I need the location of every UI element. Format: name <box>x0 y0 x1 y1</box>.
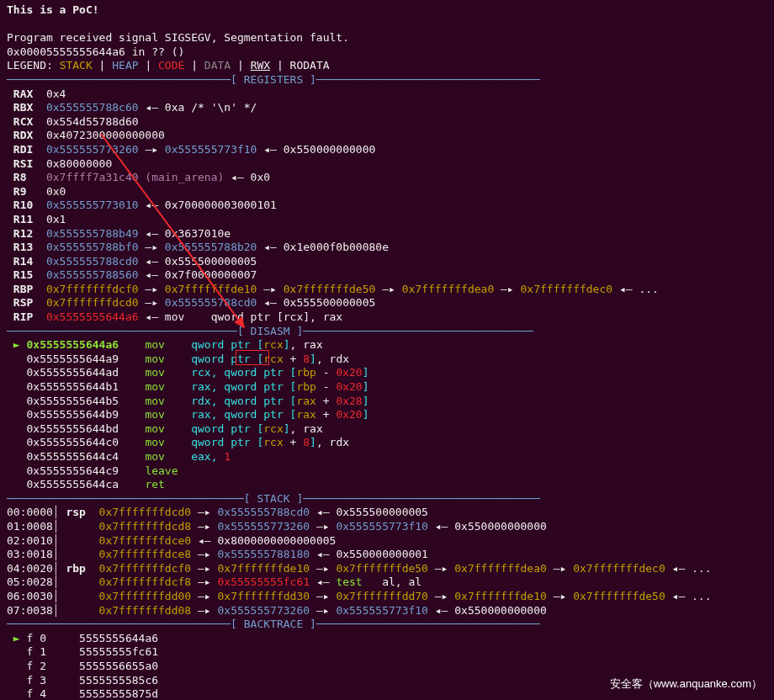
section-registers: ──────────────────────────────────[ REGI… <box>7 73 767 88</box>
reg-rip: RIP 0x5555555644a6 ◂— mov qword ptr [rcx… <box>7 310 767 325</box>
disasm-row: ► 0x5555555644a6 mov qword ptr [rcx], ra… <box>7 338 767 353</box>
reg-rax: RAX 0x4 <box>7 88 767 102</box>
reg-rdx: RDX 0x4072300000000000 <box>7 129 767 143</box>
reg-r8: R8 0x7ffff7a31c40 (main_arena) ◂— 0x0 <box>7 171 767 185</box>
reg-rcx: RCX 0x554d55788d60 <box>7 115 767 130</box>
disasm-row: 0x5555555644a9 mov qword ptr [rcx + 8], … <box>7 353 767 367</box>
stack-row: 03:0018│ 0x7fffffffdce8 —▸ 0x55555578818… <box>7 548 767 562</box>
disasm-row: 0x5555555644ca ret <box>7 478 767 492</box>
where-line: 0x00005555555644a6 in ?? () <box>7 45 767 60</box>
reg-rdi: RDI 0x555555773260 —▸ 0x555555773f10 ◂— … <box>7 143 767 157</box>
backtrace-row: ► f 0 5555555644a6 <box>7 632 767 646</box>
reg-rbx: RBX 0x555555788c60 ◂— 0xa /* '\n' */ <box>7 101 767 115</box>
disasm-row: 0x5555555644c4 mov eax, 1 <box>7 450 767 464</box>
stack-rows: 00:0000│ rsp 0x7fffffffdcd0 —▸ 0x5555557… <box>7 506 767 618</box>
reg-rsp: RSP 0x7fffffffdcd0 —▸ 0x555555788cd0 ◂— … <box>7 296 767 310</box>
section-disasm: ───────────────────────────────────[ DIS… <box>7 325 767 339</box>
reg-r11: R11 0x1 <box>7 213 767 227</box>
disasm-rows: ► 0x5555555644a6 mov qword ptr [rcx], ra… <box>7 338 767 492</box>
signal-line: Program received signal SIGSEGV, Segment… <box>7 31 767 45</box>
legend-heap: HEAP <box>112 59 138 72</box>
backtrace-row: f 2 5555556655a0 <box>7 660 767 674</box>
disasm-row: 0x5555555644b1 mov rax, qword ptr [rbp -… <box>7 380 767 395</box>
stack-row: 04:0020│ rbp 0x7fffffffdcf0 —▸ 0x7ffffff… <box>7 562 767 576</box>
blank <box>7 18 767 32</box>
disasm-row: 0x5555555644ad mov rcx, qword ptr [rbp -… <box>7 366 767 380</box>
reg-r12: R12 0x555555788b49 ◂— 0x3637010e <box>7 227 767 241</box>
reg-r9: R9 0x0 <box>7 185 767 199</box>
legend-stack: STACK <box>60 59 93 72</box>
disasm-row: 0x5555555644bd mov qword ptr [rcx], rax <box>7 422 767 437</box>
poc-line: This is a PoC! <box>7 3 767 18</box>
stack-row: 06:0030│ 0x7fffffffdd00 —▸ 0x7fffffffdd3… <box>7 590 767 604</box>
stack-row: 02:0010│ 0x7fffffffdce0 ◂— 0x80000000000… <box>7 534 767 549</box>
section-stack: ────────────────────────────────────[ ST… <box>7 492 767 506</box>
reg-r13: R13 0x555555788bf0 —▸ 0x555555788b20 ◂— … <box>7 241 767 255</box>
legend-line: LEGEND: STACK | HEAP | CODE | DATA | RWX… <box>7 59 767 73</box>
disasm-row: 0x5555555644b9 mov rax, qword ptr [rax +… <box>7 408 767 422</box>
reg-r15: R15 0x555555788560 ◂— 0x7f0000000007 <box>7 268 767 283</box>
stack-row: 05:0028│ 0x7fffffffdcf8 —▸ 0x55555555fc6… <box>7 575 767 590</box>
watermark: 安全客（www.anquanke.com） <box>610 677 762 692</box>
reg-rbp: RBP 0x7fffffffdcf0 —▸ 0x7fffffffde10 —▸ … <box>7 283 767 297</box>
legend-code: CODE <box>158 59 184 72</box>
reg-rsi: RSI 0x80000000 <box>7 157 767 172</box>
stack-row: 00:0000│ rsp 0x7fffffffdcd0 —▸ 0x5555557… <box>7 506 767 520</box>
legend-data: DATA <box>204 59 231 72</box>
disasm-row: 0x5555555644c0 mov qword ptr [rcx + 8], … <box>7 436 767 450</box>
backtrace-row: f 1 55555555fc61 <box>7 645 767 660</box>
stack-row: 07:0038│ 0x7fffffffdd08 —▸ 0x55555577326… <box>7 604 767 618</box>
stack-row: 01:0008│ 0x7fffffffdcd8 —▸ 0x55555577326… <box>7 520 767 534</box>
legend-rwx: RWX <box>251 59 270 72</box>
legend-prefix: LEGEND: <box>7 59 60 72</box>
reg-r14: R14 0x555555788cd0 ◂— 0x555500000005 <box>7 255 767 269</box>
reg-r10: R10 0x555555773010 ◂— 0x700000003000101 <box>7 199 767 213</box>
section-backtrace: ──────────────────────────────────[ BACK… <box>7 618 767 632</box>
disasm-row: 0x5555555644c9 leave <box>7 464 767 479</box>
disasm-row: 0x5555555644b5 mov rdx, qword ptr [rax +… <box>7 395 767 409</box>
legend-rodata: RODATA <box>290 59 330 72</box>
